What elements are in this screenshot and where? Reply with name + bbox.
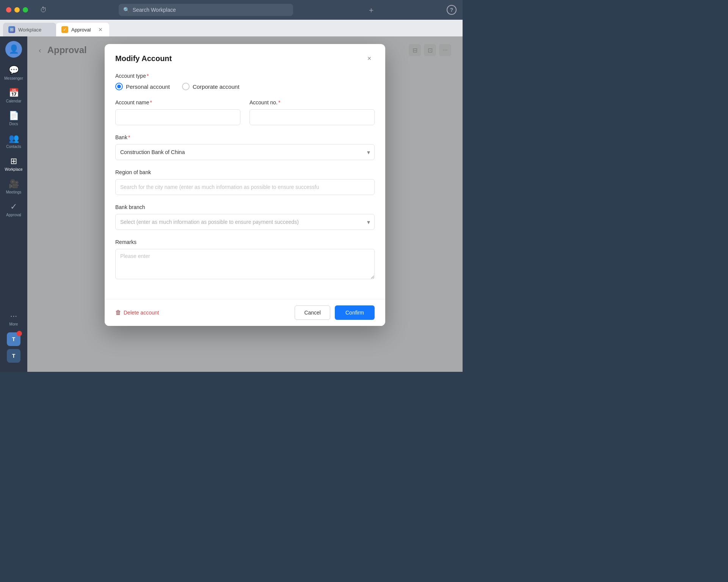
bank-branch-section: Bank branch Select (enter as much inform… — [115, 204, 375, 230]
remarks-textarea[interactable] — [115, 249, 375, 279]
sidebar-more-label: More — [9, 322, 18, 326]
new-tab-button[interactable]: ＋ — [367, 5, 375, 15]
meetings-icon: 🎥 — [9, 179, 19, 189]
corporate-account-option[interactable]: Corporate account — [182, 83, 239, 90]
docs-icon: 📄 — [9, 111, 19, 121]
sidebar-item-meetings[interactable]: 🎥 Meetings — [2, 176, 25, 197]
tab-close-button[interactable]: ✕ — [97, 26, 104, 33]
account-type-section: Account type* Personal account — [115, 73, 375, 90]
search-placeholder: Search Workplace — [133, 7, 176, 13]
traffic-lights — [6, 7, 28, 13]
sidebar-workplace-label: Workplace — [5, 167, 22, 171]
modal-body: Account type* Personal account — [105, 70, 385, 299]
modal-title: Modify Account — [115, 54, 172, 63]
bank-branch-select[interactable]: Select (enter as much information as pos… — [115, 214, 375, 230]
corporate-radio-circle — [182, 83, 190, 90]
region-input[interactable] — [115, 179, 375, 195]
trash-icon: 🗑 — [115, 309, 121, 316]
modify-account-modal: Modify Account × Account type* — [105, 44, 385, 326]
main-layout: 👤 💬 Messenger 📅 Calendar 📄 Docs 👥 Contac… — [0, 36, 463, 372]
bank-label: Bank* — [115, 134, 375, 140]
sidebar-user-button[interactable]: T — [7, 332, 20, 346]
sidebar-profile-button[interactable]: T — [7, 349, 20, 363]
search-icon: 🔍 — [123, 7, 130, 13]
account-type-label: Account type* — [115, 73, 375, 79]
region-label: Region of bank — [115, 169, 375, 175]
modal-close-button[interactable]: × — [364, 53, 375, 64]
sidebar-calendar-label: Calendar — [6, 99, 22, 103]
account-name-group: Account name* — [115, 99, 240, 125]
region-section: Region of bank — [115, 169, 375, 195]
content-area: ‹ Approval ⊟ ⊡ ··· Modify Account × — [27, 36, 463, 372]
sidebar-item-messenger[interactable]: 💬 Messenger — [2, 62, 25, 83]
tab-workplace[interactable]: ⊞ Workplace — [3, 23, 56, 36]
approval-icon: ✓ — [10, 202, 17, 212]
personal-radio-inner — [117, 85, 121, 88]
remarks-section: Remarks — [115, 239, 375, 281]
personal-account-label: Personal account — [126, 83, 170, 90]
cancel-button[interactable]: Cancel — [295, 305, 330, 320]
account-no-group: Account no.* — [249, 99, 375, 125]
account-name-label: Account name* — [115, 99, 240, 105]
sidebar: 👤 💬 Messenger 📅 Calendar 📄 Docs 👥 Contac… — [0, 36, 27, 372]
account-name-input[interactable] — [115, 109, 240, 125]
more-icon: ··· — [10, 311, 17, 321]
bank-select[interactable]: Construction Bank of China — [115, 144, 375, 160]
footer-actions: Cancel Confirm — [295, 305, 375, 320]
workplace-tab-icon: ⊞ — [8, 26, 15, 33]
account-no-label: Account no.* — [249, 99, 375, 105]
workplace-tab-label: Workplace — [18, 27, 41, 33]
account-no-input[interactable] — [249, 109, 375, 125]
sidebar-messenger-label: Messenger — [4, 76, 23, 80]
confirm-button[interactable]: Confirm — [335, 305, 375, 320]
sidebar-bottom: ··· More T T — [2, 308, 25, 367]
notification-badge — [17, 331, 22, 336]
sidebar-item-contacts[interactable]: 👥 Contacts — [2, 131, 25, 152]
account-row: Account name* Account no.* — [115, 99, 375, 125]
sidebar-item-docs[interactable]: 📄 Docs — [2, 108, 25, 129]
bank-branch-select-wrapper: Select (enter as much information as pos… — [115, 214, 375, 230]
sidebar-meetings-label: Meetings — [6, 190, 22, 194]
corporate-account-label: Corporate account — [193, 83, 239, 90]
sidebar-docs-label: Docs — [9, 122, 18, 126]
personal-radio-circle — [115, 83, 123, 90]
calendar-icon: 📅 — [9, 88, 19, 98]
approval-tab-label: Approval — [71, 27, 91, 33]
remarks-label: Remarks — [115, 239, 375, 245]
bank-branch-label: Bank branch — [115, 204, 375, 210]
personal-account-option[interactable]: Personal account — [115, 83, 170, 90]
tab-approval[interactable]: ✓ Approval ✕ — [56, 23, 109, 36]
close-window-button[interactable] — [6, 7, 11, 13]
sidebar-item-approval[interactable]: ✓ Approval — [2, 199, 25, 220]
search-bar[interactable]: 🔍 Search Workplace — [119, 4, 293, 16]
tab-bar: ⊞ Workplace ✓ Approval ✕ — [0, 20, 463, 36]
sidebar-item-more[interactable]: ··· More — [2, 308, 25, 329]
minimize-window-button[interactable] — [14, 7, 20, 13]
account-type-radio-group: Personal account Corporate account — [115, 83, 375, 90]
workplace-icon: ⊞ — [10, 156, 17, 166]
modal-footer: 🗑 Delete account Cancel Confirm — [105, 299, 385, 326]
maximize-window-button[interactable] — [23, 7, 28, 13]
help-button[interactable]: ? — [447, 5, 457, 15]
user-avatar[interactable]: 👤 — [5, 41, 22, 58]
approval-tab-icon: ✓ — [61, 26, 68, 33]
delete-account-button[interactable]: 🗑 Delete account — [115, 309, 159, 316]
account-name-no-section: Account name* Account no.* — [115, 99, 375, 125]
contacts-icon: 👥 — [9, 134, 19, 143]
modal-overlay: Modify Account × Account type* — [27, 36, 463, 372]
sidebar-item-calendar[interactable]: 📅 Calendar — [2, 85, 25, 106]
bank-section: Bank* Construction Bank of China ▾ — [115, 134, 375, 160]
sidebar-contacts-label: Contacts — [6, 145, 21, 149]
history-icon[interactable]: ⏱ — [40, 6, 47, 14]
messenger-icon: 💬 — [9, 65, 19, 75]
sidebar-approval-label: Approval — [6, 213, 21, 217]
modal-header: Modify Account × — [105, 44, 385, 70]
bank-select-wrapper: Construction Bank of China ▾ — [115, 144, 375, 160]
delete-label: Delete account — [124, 310, 159, 316]
required-star: * — [147, 73, 149, 79]
title-bar: ⏱ 🔍 Search Workplace ＋ ? — [0, 0, 463, 20]
sidebar-item-workplace[interactable]: ⊞ Workplace — [2, 153, 25, 175]
